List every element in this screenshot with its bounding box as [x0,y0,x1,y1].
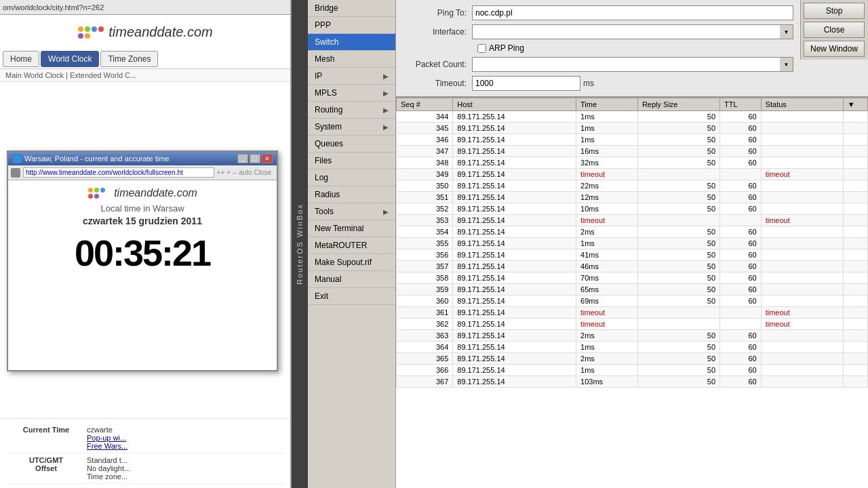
nav-time-zones[interactable]: Time Zones [100,51,158,67]
menu-item-system[interactable]: System ▶ [308,119,395,136]
table-header-row: Seq # Host Time Reply Size TTL Status ▼ [397,98,868,111]
nav-home[interactable]: Home [3,51,39,67]
cell-status: timeout [761,319,843,330]
cell-status [761,365,843,376]
free-link[interactable]: Free Wars... [87,442,127,450]
menu-label-exit: Exit [315,291,328,301]
popup-clock: 00:35:21 [15,232,270,274]
cell-time: 10ms [576,203,638,215]
chevron-right-icon: ▶ [383,89,389,97]
col-header-reply-size[interactable]: Reply Size [637,98,719,111]
popup-maximize-button[interactable]: □ [250,154,260,163]
menu-item-metarouter[interactable]: MetaROUTER [308,237,395,254]
menu-label-system: System [315,122,342,131]
ping-to-input[interactable] [472,5,793,20]
cell-ttl: 60 [720,146,762,157]
popup-address-input[interactable] [23,167,214,178]
menu-item-ip[interactable]: IP ▶ [308,68,395,85]
browser-address-text: om/worldclock/city.html?n=262 [3,3,104,12]
cell-extra [843,215,867,226]
world-clock-nav-text: Main World Clock | Extended World C... [5,71,136,79]
close-button[interactable]: Close [804,22,865,38]
col-header-host[interactable]: Host [453,98,576,111]
cell-seq: 349 [397,169,453,180]
cell-ttl: 60 [720,123,762,134]
popup-logo: timeanddate.com [15,187,270,199]
interface-select[interactable] [472,24,793,39]
timeout-input[interactable] [472,76,580,91]
cell-extra [843,353,867,365]
cell-ttl: 60 [720,376,762,388]
menu-item-new-terminal[interactable]: New Terminal [308,220,395,237]
cell-host: 89.171.255.14 [453,192,576,203]
cell-reply-size: 50 [637,157,719,169]
popup-close-button[interactable]: ✕ [262,154,273,163]
no-daylight-text: No daylight... [87,464,130,472]
cell-time: 2ms [576,226,638,238]
menu-item-mesh[interactable]: Mesh [308,51,395,68]
cell-reply-size: 50 [637,365,719,376]
menu-item-mpls[interactable]: MPLS ▶ [308,85,395,102]
menu-item-log[interactable]: Log [308,169,395,186]
nav-world-clock[interactable]: World Clock [41,51,99,67]
cell-time: 1ms [576,365,638,376]
menu-label-mesh: Mesh [315,54,334,64]
cell-time: 1ms [576,123,638,134]
cell-time: 2ms [576,330,638,342]
menu-item-queues[interactable]: Queues [308,136,395,152]
popup-minimize-button[interactable]: _ [237,154,248,163]
packet-count-select[interactable] [472,57,793,72]
cell-status [761,180,843,192]
cell-seq: 360 [397,296,453,307]
cell-seq: 346 [397,134,453,146]
popup-titlebar-left: 🌐 Warsaw, Poland - current and accurate … [12,154,170,163]
cell-reply-size: 50 [637,284,719,296]
table-row: 35789.171.255.1446ms5060 [397,261,868,272]
popup-icon: 🌐 [12,154,22,163]
ping-form-area: Stop Close New Window Ping To: Interface… [396,0,868,98]
col-header-ttl[interactable]: TTL [720,98,762,111]
menu-item-routing[interactable]: Routing ▶ [308,102,395,119]
menu-item-bridge[interactable]: Bridge [308,0,395,17]
cell-ttl: 60 [720,296,762,307]
logo-dot [78,26,83,32]
popup-logo-dot [100,188,105,192]
menu-item-files[interactable]: Files [308,152,395,169]
menu-item-manual[interactable]: Manual [308,271,395,288]
col-header-seq[interactable]: Seq # [397,98,453,111]
cell-host: 89.171.255.14 [453,249,576,261]
menu-panel: Bridge PPP Switch Mesh IP ▶ MPLS ▶ Routi… [308,0,396,488]
menu-item-make-supout[interactable]: Make Supout.rif [308,254,395,271]
col-header-status[interactable]: Status [761,98,843,111]
interface-row: Interface: ▼ [404,24,793,39]
menu-label-manual: Manual [315,274,341,284]
cell-time: 46ms [576,261,638,272]
winbox-label-text: RouterOS WinBox [296,203,304,285]
menu-item-exit[interactable]: Exit [308,288,395,305]
cell-seq: 357 [397,261,453,272]
cell-reply-size: 50 [637,296,719,307]
ping-table-container[interactable]: Seq # Host Time Reply Size TTL Status ▼ … [396,98,868,488]
chevron-down-icon: ▼ [780,57,793,72]
table-row: 35689.171.255.1441ms5060 [397,249,868,261]
popup-logo-dot [94,188,99,192]
cell-seq: 361 [397,307,453,319]
cell-status [761,146,843,157]
menu-item-ppp[interactable]: PPP [308,17,395,34]
menu-item-switch[interactable]: Switch [308,34,395,51]
cell-reply-size: 50 [637,180,719,192]
menu-item-radius[interactable]: Radius [308,186,395,203]
new-window-button[interactable]: New Window [804,41,865,57]
stop-button[interactable]: Stop [804,3,865,19]
cell-seq: 353 [397,215,453,226]
cell-status [761,272,843,284]
menu-item-tools[interactable]: Tools ▶ [308,203,395,220]
cell-status [761,134,843,146]
table-row: 36489.171.255.141ms5060 [397,342,868,353]
col-header-time[interactable]: Time [576,98,638,111]
cell-host: 89.171.255.14 [453,146,576,157]
arp-ping-checkbox[interactable] [477,44,486,53]
table-row: 35389.171.255.14timeouttimeout [397,215,868,226]
popup-link[interactable]: Pop-up wi... [87,434,126,442]
packet-count-wrapper: ▼ [472,57,793,72]
